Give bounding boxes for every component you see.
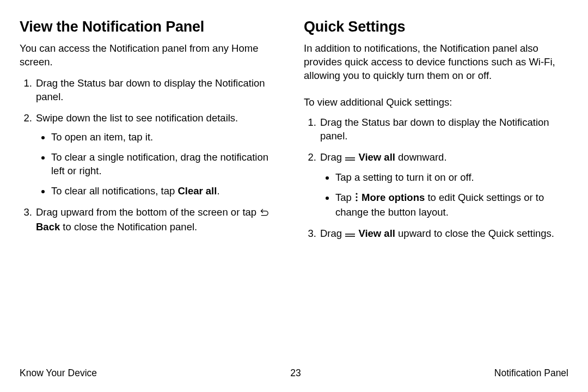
right-heading: Quick Settings	[304, 19, 568, 35]
right-step-2a: Drag	[320, 151, 345, 163]
left-step-3: Drag upward from the bottom of the scree…	[35, 206, 284, 234]
right-step-2-bullets: Tap a setting to turn it on or off. Tap …	[320, 171, 568, 219]
svg-point-2	[356, 193, 357, 194]
footer-page-number: 23	[290, 367, 301, 379]
left-step-2-text: Swipe down the list to see notification …	[36, 112, 238, 124]
more-options-label: More options	[362, 192, 425, 203]
footer-left: Know Your Device	[20, 367, 97, 379]
left-step-3c: to close the Notification panel.	[60, 221, 197, 232]
left-step-2: Swipe down the list to see notification …	[35, 112, 284, 198]
right-lead: To view additional Quick settings:	[304, 96, 568, 109]
back-icon	[259, 207, 269, 220]
right-step-3c: upward to close the Quick settings.	[395, 228, 554, 239]
clear-all-label: Clear all	[177, 185, 217, 197]
right-step-3: Drag View all upward to close the Quick …	[319, 227, 568, 242]
right-step-2c: downward.	[395, 151, 447, 163]
left-intro: You can access the Notification panel fr…	[20, 42, 284, 69]
more-options-icon	[354, 192, 359, 206]
view-all-icon	[345, 228, 356, 242]
left-heading: View the Notification Panel	[20, 19, 284, 35]
right-step-2: Drag View all downward. Tap a setting to…	[319, 151, 568, 219]
left-steps: Drag the Status bar down to display the …	[20, 77, 284, 234]
left-bullet-1: To open an item, tap it.	[51, 131, 284, 144]
left-step-2-bullets: To open an item, tap it. To clear a sing…	[36, 131, 284, 198]
view-all-label-1: View all	[358, 151, 395, 163]
svg-point-4	[356, 199, 357, 201]
left-bullet-2: To clear a single notification, drag the…	[51, 151, 284, 178]
right-bullet-2: Tap More options to edit Quick settings …	[335, 191, 568, 219]
page-footer: Know Your Device 23 Notification Panel	[0, 367, 588, 379]
manual-page: View the Notification Panel You can acce…	[0, 0, 588, 392]
back-label: Back	[36, 221, 60, 232]
view-all-icon	[345, 152, 356, 166]
right-column: Quick Settings In addition to notificati…	[304, 19, 568, 249]
left-bullet-3c: .	[217, 185, 219, 197]
right-step-3a: Drag	[320, 228, 345, 239]
right-steps: Drag the Status bar down to display the …	[304, 116, 568, 242]
right-bullet-2a: Tap	[335, 192, 354, 203]
right-intro: In addition to notifications, the Notifi…	[304, 42, 568, 83]
left-bullet-3: To clear all notifications, tap Clear al…	[51, 185, 284, 198]
left-step-1: Drag the Status bar down to display the …	[35, 77, 284, 104]
right-step-1: Drag the Status bar down to display the …	[319, 116, 568, 143]
left-step-3a: Drag upward from the bottom of the scree…	[36, 206, 259, 218]
view-all-label-2: View all	[358, 228, 395, 239]
left-bullet-3a: To clear all notifications, tap	[51, 185, 177, 197]
svg-point-3	[356, 196, 357, 198]
footer-right: Notification Panel	[494, 367, 568, 379]
two-column-layout: View the Notification Panel You can acce…	[20, 19, 568, 249]
right-bullet-1: Tap a setting to turn it on or off.	[335, 171, 568, 185]
left-column: View the Notification Panel You can acce…	[20, 19, 284, 249]
